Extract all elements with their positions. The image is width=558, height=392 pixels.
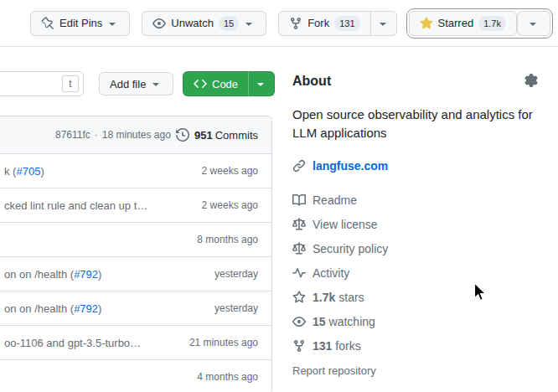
website-link[interactable]: langfuse.com xyxy=(313,159,388,173)
commit-age: 21 minutes ago xyxy=(189,337,258,348)
activity-link[interactable]: Activity xyxy=(292,260,544,285)
fork-dropdown-button[interactable] xyxy=(370,11,397,36)
issue-link[interactable]: #792 xyxy=(74,268,98,281)
about-item-label: View license xyxy=(313,218,378,231)
about-item-label: watching xyxy=(329,315,375,328)
commit-message-text: cked lint rule and clean up t… xyxy=(4,199,147,212)
latest-commit-meta: 87611fc · 18 minutes ago xyxy=(55,129,171,141)
eye-icon xyxy=(292,315,306,328)
watchers-count: 15 xyxy=(219,16,239,31)
commit-age: yesterday xyxy=(214,302,258,314)
commits-count-link[interactable]: 951Commits xyxy=(176,128,258,142)
unwatch-label: Unwatch xyxy=(171,17,214,29)
commit-message: oo-1106 and gpt-3.5-turbo… xyxy=(4,337,141,349)
stars-link[interactable]: 1.7kstars xyxy=(292,285,544,309)
file-row[interactable]: cked lint rule and clean up t… 2 weeks a… xyxy=(0,188,271,222)
eye-icon xyxy=(152,17,166,30)
repo-action-bar: Edit Pins Unwatch 15 Fork 131 Starred 1.… xyxy=(0,0,558,47)
code-button[interactable]: Code xyxy=(183,71,248,96)
commits-count-label: Commits xyxy=(215,129,258,142)
commit-age: 8 months ago xyxy=(197,234,258,245)
file-row[interactable]: 4 months ago xyxy=(0,359,271,392)
fork-button[interactable]: Fork 131 xyxy=(278,11,370,36)
view-license-link[interactable]: View license xyxy=(292,212,544,236)
code-icon xyxy=(194,77,207,90)
gear-icon[interactable] xyxy=(524,74,538,87)
chevron-down-icon xyxy=(376,17,390,30)
add-file-label: Add file xyxy=(110,78,146,90)
book-icon xyxy=(292,193,306,207)
edit-pins-label: Edit Pins xyxy=(59,17,102,29)
security-policy-link[interactable]: Security policy xyxy=(292,236,544,260)
file-table: 87611fc · 18 minutes ago 951Commits k (#… xyxy=(0,116,272,392)
issue-link[interactable]: #792 xyxy=(74,302,98,315)
link-icon xyxy=(292,159,306,173)
law-icon xyxy=(292,242,306,255)
commit-message-text: oo-1106 and gpt-3.5-turbo… xyxy=(4,337,141,349)
commit-age: 4 months ago xyxy=(197,371,258,383)
forks-link[interactable]: 131forks xyxy=(292,333,544,358)
watching-link[interactable]: 15watching xyxy=(292,309,544,333)
file-row[interactable]: on on /health (#792) yesterday xyxy=(0,291,271,325)
about-item-label: forks xyxy=(335,339,360,353)
commits-count: 951 xyxy=(194,129,213,142)
chevron-down-icon xyxy=(106,17,119,30)
issue-link[interactable]: #705 xyxy=(16,165,40,178)
star-button-group: Starred 1.7k xyxy=(409,11,550,36)
chevron-down-icon xyxy=(254,77,267,90)
repo-description: Open source observability and analytics … xyxy=(292,106,544,142)
readme-link[interactable]: Readme xyxy=(292,188,544,212)
file-row[interactable]: 8 months ago xyxy=(0,222,271,256)
unwatch-button[interactable]: Unwatch 15 xyxy=(142,11,266,36)
website-row: langfuse.com xyxy=(292,159,544,173)
stars-count: 1.7k xyxy=(478,16,506,31)
file-row[interactable]: on on /health (#792) yesterday xyxy=(0,256,271,291)
commit-age: 2 weeks ago xyxy=(202,165,258,177)
fork-label: Fork xyxy=(307,17,329,29)
stars-number: 1.7k xyxy=(313,291,335,304)
latest-commit-bar[interactable]: 87611fc · 18 minutes ago 951Commits xyxy=(0,116,271,153)
goto-shortcut-key: t xyxy=(62,75,79,92)
chevron-down-icon xyxy=(526,17,540,30)
edit-pins-button[interactable]: Edit Pins xyxy=(30,11,130,36)
fork-icon xyxy=(289,17,302,30)
commit-time: 18 minutes ago xyxy=(102,129,171,141)
code-label: Code xyxy=(212,78,238,90)
about-item-label: Readme xyxy=(313,193,357,207)
commit-message-text: ) xyxy=(40,165,44,178)
watching-number: 15 xyxy=(313,315,326,328)
report-repository-link[interactable]: Report repository xyxy=(292,364,376,377)
about-section: Open source observability and analytics … xyxy=(292,106,544,378)
commit-age: 2 weeks ago xyxy=(202,199,258,211)
commit-age: yesterday xyxy=(214,268,258,280)
commit-hash-link[interactable]: 87611fc xyxy=(55,129,90,141)
pin-icon xyxy=(41,17,54,30)
pulse-icon xyxy=(292,266,306,280)
chevron-down-icon xyxy=(149,77,163,90)
star-dropdown-button[interactable] xyxy=(517,11,550,36)
file-row[interactable]: k (#705) 2 weeks ago xyxy=(0,153,271,188)
about-item-label: Security policy xyxy=(313,242,388,255)
file-row[interactable]: oo-1106 and gpt-3.5-turbo… 21 minutes ag… xyxy=(0,325,271,359)
forks-number: 131 xyxy=(313,339,332,353)
file-finder-input[interactable]: t xyxy=(0,71,84,96)
commit-message-text: k ( xyxy=(4,165,16,178)
fork-button-group: Fork 131 xyxy=(278,11,396,36)
about-item-label: Activity xyxy=(313,266,349,280)
about-item-label: stars xyxy=(338,291,364,304)
starred-button[interactable]: Starred 1.7k xyxy=(409,11,517,36)
commit-message: on on /health (#792) xyxy=(4,268,101,281)
commit-message-text: ) xyxy=(98,302,101,315)
history-icon xyxy=(176,128,189,142)
law-icon xyxy=(292,218,306,231)
commit-message-text: on on /health ( xyxy=(4,268,74,281)
about-title: About xyxy=(292,74,331,89)
forks-count: 131 xyxy=(334,16,359,31)
add-file-button[interactable]: Add file xyxy=(99,72,173,95)
code-dropdown-button[interactable] xyxy=(248,71,275,96)
star-icon xyxy=(292,291,306,304)
starred-label: Starred xyxy=(438,17,474,29)
star-filled-icon xyxy=(420,17,433,30)
code-button-group: Code xyxy=(183,71,275,96)
commit-message-text: ) xyxy=(98,268,101,281)
